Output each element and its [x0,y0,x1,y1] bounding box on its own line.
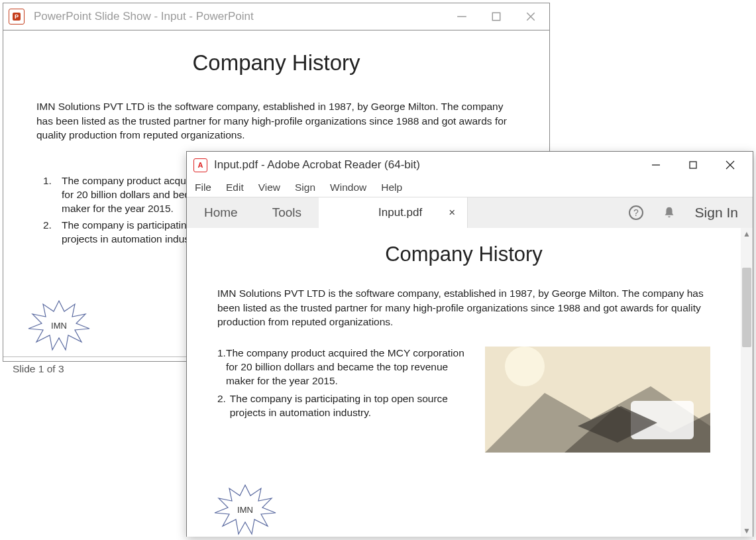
acrobat-app-icon: A [193,158,207,172]
powerpoint-titlebar[interactable]: P PowerPoint Slide Show - Input - PowerP… [3,3,549,30]
tab-close-icon[interactable]: × [449,206,455,219]
tools-button[interactable]: Tools [255,197,319,228]
menu-help[interactable]: Help [381,182,402,193]
svg-point-14 [505,347,545,386]
page-image-placeholder [485,347,710,453]
home-button[interactable]: Home [187,197,255,228]
imn-logo-starburst: IMN [27,299,91,351]
powerpoint-app-icon: P [9,9,25,25]
menu-edit[interactable]: Edit [226,182,244,193]
svg-text:IMN: IMN [237,505,253,515]
minimize-button[interactable] [457,11,467,22]
menu-window[interactable]: Window [330,182,366,193]
acrobat-window: A Input.pdf - Adobe Acrobat Reader (64-b… [186,151,753,537]
page-heading: Company History [217,243,710,266]
svg-text:?: ? [633,207,639,218]
minimize-button[interactable] [637,152,675,178]
acrobat-toolbar: Home Tools Input.pdf × ? Sign In [187,197,753,228]
acrobat-window-title: Input.pdf - Adobe Acrobat Reader (64-bit… [214,158,637,172]
document-tab[interactable]: Input.pdf × [319,197,468,228]
notifications-icon[interactable] [653,197,686,228]
slide-heading: Company History [36,50,516,76]
menu-sign[interactable]: Sign [295,182,315,193]
acrobat-titlebar[interactable]: A Input.pdf - Adobe Acrobat Reader (64-b… [187,152,753,178]
list-item: 1. The company product acquired the MCY … [217,347,473,388]
svg-rect-7 [690,162,696,168]
scroll-down-arrow-icon[interactable]: ▼ [741,526,753,535]
page-list: 1. The company product acquired the MCY … [217,347,473,453]
page-intro-text: IMN Solutions PVT LTD is the software co… [217,286,710,329]
svg-text:IMN: IMN [51,321,67,331]
list-item: 2. The company is participating in top o… [217,392,473,420]
slide-intro-text: IMN Solutions PVT LTD is the software co… [36,99,516,142]
svg-rect-1 [492,13,500,20]
maximize-button[interactable] [491,11,502,22]
sign-in-button[interactable]: Sign In [686,197,753,228]
scroll-up-arrow-icon[interactable]: ▲ [741,229,753,239]
pdf-page-view[interactable]: Company History IMN Solutions PVT LTD is… [187,228,741,537]
document-tab-label: Input.pdf [378,206,422,219]
help-icon[interactable]: ? [620,197,653,228]
close-button[interactable] [525,11,536,22]
menu-file[interactable]: File [195,182,211,193]
vertical-scrollbar[interactable]: ▲ ▼ [741,228,753,537]
acrobat-menubar: File Edit View Sign Window Help [187,178,753,197]
scroll-thumb[interactable] [742,268,751,347]
slide-counter: Slide 1 of 3 [13,363,64,375]
imn-logo-starburst: IMN [213,484,277,535]
maximize-button[interactable] [675,152,712,178]
menu-view[interactable]: View [258,182,280,193]
powerpoint-window-title: PowerPoint Slide Show - Input - PowerPoi… [34,10,457,23]
close-button[interactable] [712,152,749,178]
